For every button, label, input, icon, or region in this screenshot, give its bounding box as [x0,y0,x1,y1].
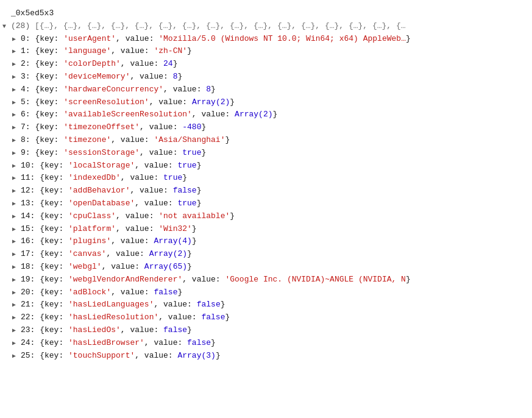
item-arrow[interactable] [12,136,21,146]
list-item[interactable]: 22: {key: 'hasLiedResolution', value: fa… [0,311,532,324]
list-item[interactable]: 8: {key: 'timezone', value: 'Asia/Shangh… [0,134,532,147]
list-item[interactable]: 9: {key: 'sessionStorage', value: true} [0,147,532,160]
root-array-line[interactable]: (28) [{…}, {…}, {…}, {…}, {…}, {…}, {…},… [0,20,532,33]
root-summary: [{…}, {…}, {…}, {…}, {…}, {…}, {…}, {…},… [35,20,406,33]
item-arrow[interactable] [12,85,21,95]
item-arrow[interactable] [12,110,21,120]
item-arrow[interactable] [12,212,21,222]
item-arrow[interactable] [12,326,21,336]
item-arrow[interactable] [12,250,21,260]
list-item[interactable]: 14: {key: 'cpuClass', value: 'not availa… [0,210,532,223]
item-arrow[interactable] [12,300,21,310]
item-arrow[interactable] [12,263,21,272]
expand-arrow[interactable] [2,22,11,32]
item-arrow[interactable] [12,174,21,183]
list-item[interactable]: 21: {key: 'hasLiedLanguages', value: fal… [0,299,532,311]
list-item[interactable]: 0: {key: 'userAgent', value: 'Mozilla/5.… [0,33,532,46]
root-count: (28) [11,20,30,33]
list-item[interactable]: 23: {key: 'hasLiedOs', value: false} [0,324,532,337]
item-arrow[interactable] [12,60,21,69]
item-arrow[interactable] [12,149,21,158]
list-item[interactable]: 6: {key: 'availableScreenResolution', va… [0,108,532,121]
item-arrow[interactable] [12,237,21,247]
list-item[interactable]: 17: {key: 'canvas', value: Array(2)} [0,248,532,261]
list-item[interactable]: 4: {key: 'hardwareConcurrency', value: 8… [0,83,532,96]
item-arrow[interactable] [12,225,21,235]
item-arrow[interactable] [12,352,21,361]
list-item[interactable]: 16: {key: 'plugins', value: Array(4)} [0,235,532,248]
variable-name: _0x5ed5x3 [11,7,54,20]
list-item[interactable]: 5: {key: 'screenResolution', value: Arra… [0,96,532,109]
list-item[interactable]: 25: {key: 'touchSupport', value: Array(3… [0,350,532,363]
item-arrow[interactable] [12,47,21,57]
list-item[interactable]: 13: {key: 'openDatabase', value: true} [0,197,532,210]
item-arrow[interactable] [12,288,21,298]
list-item[interactable]: 20: {key: 'adBlock', value: false} [0,286,532,299]
list-item[interactable]: 18: {key: 'webgl', value: Array(65)} [0,261,532,274]
list-item[interactable]: 3: {key: 'deviceMemory', value: 8} [0,71,532,83]
root-var-line: _0x5ed5x3 [0,7,532,20]
list-item[interactable]: 7: {key: 'timezoneOffset', value: -480} [0,121,532,134]
list-item[interactable]: 10: {key: 'localStorage', value: true} [0,160,532,172]
list-item[interactable]: 24: {key: 'hasLiedBrowser', value: false… [0,337,532,350]
item-arrow[interactable] [12,199,21,209]
item-arrow[interactable] [12,186,21,196]
item-arrow[interactable] [12,98,21,108]
list-item[interactable]: 2: {key: 'colorDepth', value: 24} [0,58,532,71]
list-item[interactable]: 19: {key: 'webglVendorAndRenderer', valu… [0,274,532,286]
console-panel: _0x5ed5x3 (28) [{…}, {…}, {…}, {…}, {…},… [0,5,532,418]
item-arrow[interactable] [12,35,21,44]
list-item[interactable]: 1: {key: 'language', value: 'zh-CN'} [0,45,532,58]
item-arrow[interactable] [12,161,21,171]
item-arrow[interactable] [12,123,21,133]
item-arrow[interactable] [12,313,21,323]
item-arrow[interactable] [12,73,21,82]
list-item[interactable]: 11: {key: 'indexedDb', value: true} [0,172,532,185]
list-item[interactable]: 15: {key: 'platform', value: 'Win32'} [0,223,532,236]
item-arrow[interactable] [12,275,21,285]
list-item[interactable]: 12: {key: 'addBehavior', value: false} [0,185,532,197]
item-arrow[interactable] [12,339,21,349]
